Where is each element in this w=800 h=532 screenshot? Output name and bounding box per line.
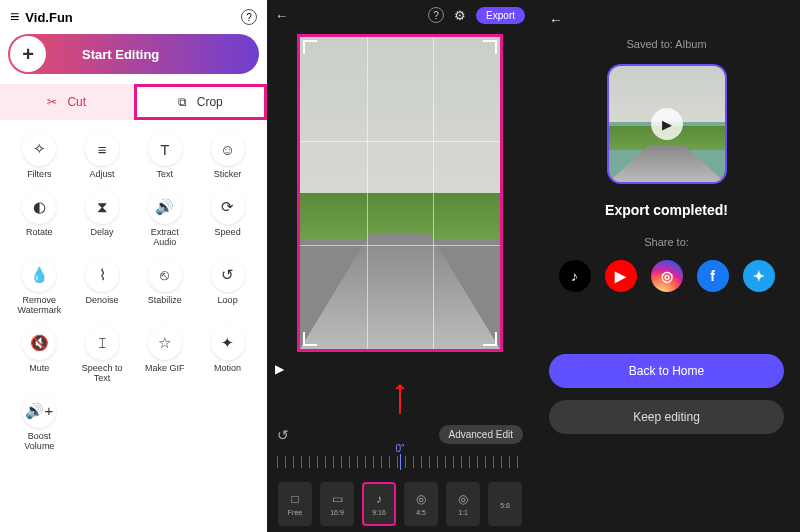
tool-label: Speech to Text [82,364,123,384]
text-icon: T [148,132,182,166]
boost-volume-icon: 🔊+ [22,394,56,428]
crop-handle-tl[interactable] [303,40,317,54]
tool-filters[interactable]: ✧Filters [8,132,71,180]
tool-loop[interactable]: ↺Loop [196,258,259,316]
tool-label: Stabilize [148,296,182,306]
tool-label: Sticker [214,170,242,180]
time-marker: 0" [395,443,404,454]
ratio-5-8[interactable]: 5:8 [488,482,522,526]
tool-label: Rotate [26,228,53,238]
saved-to-label: Saved to: Album [549,38,784,50]
aspect-ratio-row: □Free▭16:9♪9:16◎4:5◎1:15:8 [267,482,533,526]
ratio-9-16[interactable]: ♪9:16 [362,482,396,526]
gear-icon[interactable]: ⚙ [454,8,466,23]
tool-label: Remove Watermark [18,296,62,316]
middle-panel: ← ? ⚙ Export ▶ ↺ Advanced Edit 0" □Free▭… [267,0,533,532]
cut-crop-tabs: ✂ Cut ⧉ Crop [0,84,267,120]
tool-denoise[interactable]: ⌇Denoise [71,258,134,316]
left-panel: ≡ Vid.Fun ? + Start Editing ✂ Cut ⧉ Crop… [0,0,267,532]
export-completed-label: Export completed! [549,202,784,218]
share-instagram[interactable]: ◎ [651,260,683,292]
tool-mute[interactable]: 🔇Mute [8,326,71,384]
tool-label: Filters [27,170,52,180]
speed-icon: ⟳ [211,190,245,224]
export-button[interactable]: Export [476,7,525,24]
right-panel: ← Saved to: Album ▶ Export completed! Sh… [533,0,800,532]
help-icon[interactable]: ? [428,7,444,23]
tool-label: Motion [214,364,241,374]
help-icon[interactable]: ? [241,9,257,25]
ratio-4-5[interactable]: ◎4:5 [404,482,438,526]
tool-text[interactable]: TText [134,132,197,180]
undo-icon[interactable]: ↺ [277,427,289,443]
crop-handle-tr[interactable] [483,40,497,54]
tool-sticker[interactable]: ☺Sticker [196,132,259,180]
ratio-Free[interactable]: □Free [278,482,312,526]
stabilize-icon: ⎋ [148,258,182,292]
tool-delay[interactable]: ⧗Delay [71,190,134,248]
tool-stabilize[interactable]: ⎋Stabilize [134,258,197,316]
extract-audio-icon: 🔊 [148,190,182,224]
loop-icon: ↺ [211,258,245,292]
share-to-label: Share to: [549,236,784,248]
keep-editing-button[interactable]: Keep editing [549,400,784,434]
tools-grid: ✧Filters≡AdjustTText☺Sticker◐Rotate⧗Dela… [8,132,259,452]
start-label: Start Editing [82,47,159,62]
tool-label: Delay [91,228,114,238]
crop-handle-bl[interactable] [303,332,317,346]
app-title: Vid.Fun [19,10,241,25]
filters-icon: ✧ [22,132,56,166]
sticker-icon: ☺ [211,132,245,166]
remove-watermark-icon: 💧 [22,258,56,292]
ratio-1-1[interactable]: ◎1:1 [446,482,480,526]
tool-motion[interactable]: ✦Motion [196,326,259,384]
plus-icon: + [10,36,46,72]
share-facebook[interactable]: f [697,260,729,292]
menu-icon[interactable]: ≡ [10,8,19,26]
tool-label: Loop [218,296,238,306]
tool-label: Make GIF [145,364,185,374]
tool-speech-to-text[interactable]: 𝙸Speech to Text [71,326,134,384]
crop-icon: ⧉ [178,95,187,109]
back-to-home-button[interactable]: Back to Home [549,354,784,388]
video-preview-crop[interactable] [297,34,503,352]
speech-to-text-icon: 𝙸 [85,326,119,360]
annotation-arrow [399,386,401,414]
tool-rotate[interactable]: ◐Rotate [8,190,71,248]
tool-label: Text [157,170,174,180]
make-gif-icon: ☆ [148,326,182,360]
tool-label: Extract Audio [151,228,179,248]
share-tiktok[interactable]: ♪ [559,260,591,292]
tool-make-gif[interactable]: ☆Make GIF [134,326,197,384]
tool-label: Adjust [90,170,115,180]
timeline-ruler[interactable] [277,456,523,468]
denoise-icon: ⌇ [85,258,119,292]
tool-label: Mute [29,364,49,374]
back-icon[interactable]: ← [549,12,784,28]
cut-tab[interactable]: ✂ Cut [0,84,134,120]
ratio-16-9[interactable]: ▭16:9 [320,482,354,526]
crop-tab[interactable]: ⧉ Crop [134,84,268,120]
tool-label: Denoise [86,296,119,306]
play-icon[interactable]: ▶ [275,362,284,376]
share-youtube[interactable]: ▶ [605,260,637,292]
tool-remove-watermark[interactable]: 💧Remove Watermark [8,258,71,316]
share-twitter[interactable]: ✦ [743,260,775,292]
tool-extract-audio[interactable]: 🔊Extract Audio [134,190,197,248]
tool-label: Speed [215,228,241,238]
back-icon[interactable]: ← [275,8,288,23]
export-thumbnail[interactable]: ▶ [607,64,727,184]
play-icon[interactable]: ▶ [651,108,683,140]
start-editing-button[interactable]: + Start Editing [8,34,259,74]
share-socials: ♪▶◎f✦ [549,260,784,292]
tool-adjust[interactable]: ≡Adjust [71,132,134,180]
tool-speed[interactable]: ⟳Speed [196,190,259,248]
tool-boost-volume[interactable]: 🔊+Boost Volume [8,394,71,452]
scissors-icon: ✂ [47,95,57,109]
tool-label: Boost Volume [24,432,54,452]
mute-icon: 🔇 [22,326,56,360]
delay-icon: ⧗ [85,190,119,224]
rotate-icon: ◐ [22,190,56,224]
adjust-icon: ≡ [85,132,119,166]
crop-handle-br[interactable] [483,332,497,346]
